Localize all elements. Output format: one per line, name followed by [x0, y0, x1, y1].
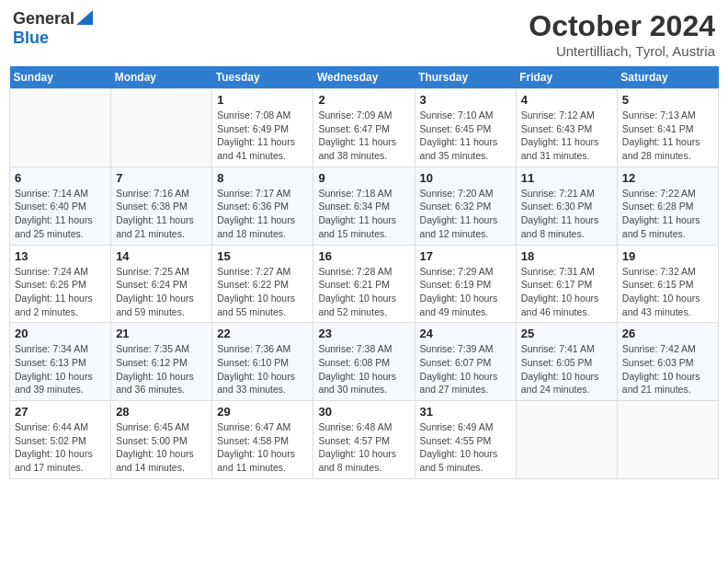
day-detail: Sunrise: 7:42 AM Sunset: 6:03 PM Dayligh…: [622, 342, 713, 396]
day-detail: Sunrise: 7:38 AM Sunset: 6:08 PM Dayligh…: [318, 342, 409, 396]
logo-triangle-icon: [76, 10, 93, 25]
day-number: 14: [116, 249, 207, 263]
column-header-saturday: Saturday: [617, 66, 718, 89]
day-detail: Sunrise: 7:21 AM Sunset: 6:30 PM Dayligh…: [521, 187, 612, 241]
day-detail: Sunrise: 7:29 AM Sunset: 6:19 PM Dayligh…: [420, 265, 511, 319]
calendar-cell: 22Sunrise: 7:36 AM Sunset: 6:10 PM Dayli…: [212, 323, 313, 401]
day-detail: Sunrise: 7:35 AM Sunset: 6:12 PM Dayligh…: [116, 342, 207, 396]
day-number: 5: [622, 93, 713, 107]
day-detail: Sunrise: 7:36 AM Sunset: 6:10 PM Dayligh…: [217, 342, 308, 396]
day-number: 31: [420, 405, 511, 419]
day-number: 13: [15, 249, 106, 263]
calendar-cell: [111, 89, 212, 167]
calendar-cell: 8Sunrise: 7:17 AM Sunset: 6:36 PM Daylig…: [212, 167, 313, 245]
day-number: 24: [420, 327, 511, 340]
day-number: 2: [318, 93, 409, 107]
day-number: 30: [318, 405, 409, 419]
day-number: 15: [217, 249, 308, 263]
calendar-cell: 10Sunrise: 7:20 AM Sunset: 6:32 PM Dayli…: [415, 167, 516, 245]
calendar-cell: 17Sunrise: 7:29 AM Sunset: 6:19 PM Dayli…: [415, 245, 516, 323]
day-detail: Sunrise: 7:13 AM Sunset: 6:41 PM Dayligh…: [622, 109, 713, 163]
day-detail: Sunrise: 7:22 AM Sunset: 6:28 PM Dayligh…: [622, 187, 713, 241]
week-row-2: 6Sunrise: 7:14 AM Sunset: 6:40 PM Daylig…: [10, 167, 719, 245]
logo-general-text: General: [13, 9, 74, 29]
calendar-cell: 20Sunrise: 7:34 AM Sunset: 6:13 PM Dayli…: [10, 323, 111, 401]
calendar-cell: 16Sunrise: 7:28 AM Sunset: 6:21 PM Dayli…: [313, 245, 415, 323]
day-detail: Sunrise: 7:24 AM Sunset: 6:26 PM Dayligh…: [15, 265, 106, 319]
day-detail: Sunrise: 7:08 AM Sunset: 6:49 PM Dayligh…: [217, 109, 308, 163]
page-header: General Blue October 2024 Untertilliach,…: [9, 9, 719, 59]
day-number: 9: [318, 171, 409, 185]
calendar-cell: 2Sunrise: 7:09 AM Sunset: 6:47 PM Daylig…: [313, 89, 415, 167]
column-header-tuesday: Tuesday: [212, 66, 313, 89]
calendar-cell: 11Sunrise: 7:21 AM Sunset: 6:30 PM Dayli…: [516, 167, 617, 245]
day-number: 29: [217, 405, 308, 419]
day-detail: Sunrise: 7:17 AM Sunset: 6:36 PM Dayligh…: [217, 187, 308, 241]
calendar-cell: 27Sunrise: 6:44 AM Sunset: 5:02 PM Dayli…: [10, 401, 111, 479]
day-detail: Sunrise: 7:32 AM Sunset: 6:15 PM Dayligh…: [622, 265, 713, 319]
day-number: 6: [15, 171, 106, 185]
day-detail: Sunrise: 7:27 AM Sunset: 6:22 PM Dayligh…: [217, 265, 308, 319]
calendar-location: Untertilliach, Tyrol, Austria: [529, 43, 715, 59]
day-number: 8: [217, 171, 308, 185]
day-detail: Sunrise: 6:49 AM Sunset: 4:55 PM Dayligh…: [420, 420, 511, 475]
calendar-cell: [10, 89, 111, 167]
column-header-friday: Friday: [516, 66, 617, 89]
day-number: 4: [521, 93, 612, 107]
day-number: 7: [116, 171, 207, 185]
day-detail: Sunrise: 7:41 AM Sunset: 6:05 PM Dayligh…: [521, 342, 612, 396]
calendar-cell: 14Sunrise: 7:25 AM Sunset: 6:24 PM Dayli…: [111, 245, 212, 323]
calendar-cell: 31Sunrise: 6:49 AM Sunset: 4:55 PM Dayli…: [415, 401, 516, 479]
day-number: 10: [420, 171, 511, 185]
calendar-cell: 29Sunrise: 6:47 AM Sunset: 4:58 PM Dayli…: [212, 401, 313, 479]
day-number: 16: [318, 249, 409, 263]
day-detail: Sunrise: 7:25 AM Sunset: 6:24 PM Dayligh…: [116, 265, 207, 319]
week-row-1: 1Sunrise: 7:08 AM Sunset: 6:49 PM Daylig…: [10, 89, 719, 167]
calendar-cell: 1Sunrise: 7:08 AM Sunset: 6:49 PM Daylig…: [212, 89, 313, 167]
week-row-4: 20Sunrise: 7:34 AM Sunset: 6:13 PM Dayli…: [10, 323, 719, 401]
day-detail: Sunrise: 7:39 AM Sunset: 6:07 PM Dayligh…: [420, 342, 511, 396]
day-number: 17: [420, 249, 511, 263]
day-detail: Sunrise: 7:09 AM Sunset: 6:47 PM Dayligh…: [318, 109, 409, 163]
logo: General Blue: [13, 9, 93, 48]
day-number: 18: [521, 249, 612, 263]
calendar-cell: 7Sunrise: 7:16 AM Sunset: 6:38 PM Daylig…: [111, 167, 212, 245]
day-number: 21: [116, 327, 207, 340]
calendar-cell: 21Sunrise: 7:35 AM Sunset: 6:12 PM Dayli…: [111, 323, 212, 401]
calendar-cell: 5Sunrise: 7:13 AM Sunset: 6:41 PM Daylig…: [617, 89, 718, 167]
day-number: 26: [622, 327, 713, 340]
day-number: 1: [217, 93, 308, 107]
day-detail: Sunrise: 7:31 AM Sunset: 6:17 PM Dayligh…: [521, 265, 612, 319]
calendar-cell: 30Sunrise: 6:48 AM Sunset: 4:57 PM Dayli…: [313, 401, 415, 479]
day-detail: Sunrise: 7:12 AM Sunset: 6:43 PM Dayligh…: [521, 109, 612, 163]
calendar-cell: 12Sunrise: 7:22 AM Sunset: 6:28 PM Dayli…: [617, 167, 718, 245]
calendar-table: SundayMondayTuesdayWednesdayThursdayFrid…: [9, 66, 719, 479]
calendar-cell: 23Sunrise: 7:38 AM Sunset: 6:08 PM Dayli…: [313, 323, 415, 401]
day-number: 3: [420, 93, 511, 107]
day-number: 11: [521, 171, 612, 185]
day-detail: Sunrise: 6:47 AM Sunset: 4:58 PM Dayligh…: [217, 420, 308, 475]
logo-blue-text: Blue: [13, 29, 49, 47]
day-number: 20: [15, 327, 106, 340]
day-detail: Sunrise: 7:20 AM Sunset: 6:32 PM Dayligh…: [420, 187, 511, 241]
day-detail: Sunrise: 7:16 AM Sunset: 6:38 PM Dayligh…: [116, 187, 207, 241]
calendar-cell: 13Sunrise: 7:24 AM Sunset: 6:26 PM Dayli…: [10, 245, 111, 323]
column-header-wednesday: Wednesday: [313, 66, 415, 89]
calendar-cell: 3Sunrise: 7:10 AM Sunset: 6:45 PM Daylig…: [415, 89, 516, 167]
calendar-cell: 15Sunrise: 7:27 AM Sunset: 6:22 PM Dayli…: [212, 245, 313, 323]
day-number: 12: [622, 171, 713, 185]
day-detail: Sunrise: 7:34 AM Sunset: 6:13 PM Dayligh…: [15, 342, 106, 396]
calendar-cell: [516, 401, 617, 479]
day-detail: Sunrise: 7:14 AM Sunset: 6:40 PM Dayligh…: [15, 187, 106, 241]
day-detail: Sunrise: 7:28 AM Sunset: 6:21 PM Dayligh…: [318, 265, 409, 319]
day-detail: Sunrise: 7:10 AM Sunset: 6:45 PM Dayligh…: [420, 109, 511, 163]
day-number: 28: [116, 405, 207, 419]
week-row-3: 13Sunrise: 7:24 AM Sunset: 6:26 PM Dayli…: [10, 245, 719, 323]
calendar-cell: 19Sunrise: 7:32 AM Sunset: 6:15 PM Dayli…: [617, 245, 718, 323]
day-detail: Sunrise: 7:18 AM Sunset: 6:34 PM Dayligh…: [318, 187, 409, 241]
day-number: 22: [217, 327, 308, 340]
day-number: 25: [521, 327, 612, 340]
day-detail: Sunrise: 6:48 AM Sunset: 4:57 PM Dayligh…: [318, 420, 409, 475]
calendar-cell: [617, 401, 718, 479]
calendar-cell: 18Sunrise: 7:31 AM Sunset: 6:17 PM Dayli…: [516, 245, 617, 323]
